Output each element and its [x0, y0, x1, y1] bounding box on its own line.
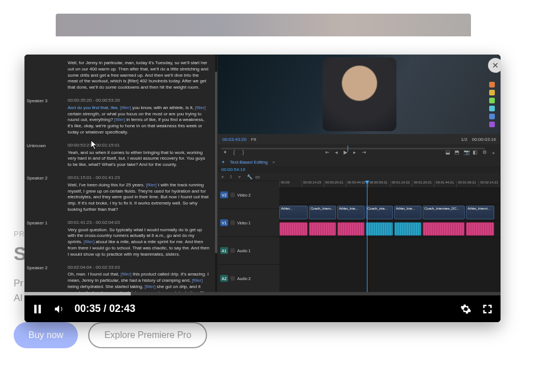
monitor-fit-label[interactable]: Fit [251, 137, 256, 142]
close-button[interactable]: ✕ [488, 58, 501, 73]
audio-clip[interactable] [394, 222, 421, 236]
transcript-text: Yeah, and so when it comes to either bri… [68, 150, 210, 168]
track-header-a1[interactable]: A1 Audio 1 [218, 236, 279, 264]
swatch-green[interactable] [489, 98, 495, 103]
audio-clip[interactable] [423, 222, 465, 236]
step-back-icon[interactable]: ◂ [334, 149, 339, 157]
track-v1[interactable]: Athlet... Coach_Interv... Athlet_Inte...… [279, 204, 501, 220]
transport-bar: ✦ { } ⇤ ◂ ▶ ▸ ⇥ ⬓ ⬒ 📷 ◧ ⚙ ＋ [218, 144, 501, 158]
track-a1[interactable] [279, 220, 501, 237]
video-clip[interactable]: Athlet... [279, 206, 308, 219]
swatch-purple[interactable] [489, 122, 495, 127]
marker-icon[interactable]: ▿ [238, 174, 243, 180]
export-frame-icon[interactable]: 📷 [464, 149, 469, 157]
extract-icon[interactable]: ⬒ [454, 149, 460, 157]
pause-button[interactable] [31, 303, 44, 315]
cc-icon[interactable]: cc [255, 174, 261, 180]
transcript-row[interactable]: Speaker 3 00:00:35:20 - 00:00:53:20 And … [24, 95, 218, 140]
close-icon: ✕ [492, 61, 499, 70]
fullscreen-button[interactable] [481, 303, 494, 315]
time-counter: 00:35 / 02:43 [75, 303, 135, 315]
volume-button[interactable] [53, 303, 65, 315]
go-to-in-icon[interactable]: ⇤ [325, 149, 330, 157]
timeline-mode[interactable]: Text-Based Editing [230, 160, 268, 165]
transcript-row[interactable]: Speaker 2 00:02:04:04 - 00:02:33:03 Oh, … [24, 262, 218, 292]
volume-icon [53, 303, 65, 315]
transcript-text: Oh, man. I found out that, [filler] this… [68, 272, 210, 292]
track-area[interactable]: 00:00 00:00:14:23 00:00:29:21 00:00:44:2… [279, 181, 501, 292]
transcript-timecode: 00:00:35:20 - 00:00:53:20 [68, 98, 210, 104]
settings-icon[interactable]: ⚙ [482, 149, 487, 157]
video-clip[interactable]: Athlet_Inte... [337, 206, 365, 219]
add-icon[interactable]: ＋ [491, 149, 496, 157]
video-controls: 00:35 / 02:43 [24, 292, 501, 322]
swatch-cyan[interactable] [489, 106, 495, 111]
transcript-timecode: 00:01:15:01 - 00:01:41:23 [68, 175, 210, 181]
monitor-tc-out: 00:00:03:16 [472, 137, 496, 142]
swatch-blue[interactable] [489, 114, 495, 119]
snap-icon[interactable]: ⌖ [221, 174, 226, 180]
pause-icon [32, 303, 43, 315]
monitor-control-bar: 00:03:43:20 Fit 1/2 00:00:03:16 [218, 134, 501, 144]
track-label: Audio 1 [237, 249, 251, 253]
timeline-mode-label: ✦ [221, 160, 225, 165]
transcript-row[interactable]: Well, for Jenny in particular, man, toda… [24, 58, 218, 95]
mute-icon[interactable] [230, 276, 235, 281]
monitor-ratio[interactable]: 1/2 [461, 137, 468, 142]
speaker-label [27, 60, 68, 91]
close-tab-icon[interactable]: × [272, 160, 275, 165]
transcript-timecode: 00:02:04:04 - 00:02:33:03 [68, 265, 210, 271]
audio-clip[interactable] [337, 222, 365, 236]
monitor-tc-in: 00:03:43:20 [222, 137, 246, 142]
scrubber-progress [24, 292, 131, 295]
scrollbar-thumb[interactable] [215, 72, 217, 253]
track-header-v1[interactable]: V1 Video 1 [218, 208, 279, 236]
comparison-icon[interactable]: ◧ [473, 149, 478, 157]
linked-sel-icon[interactable]: ⌇ [230, 174, 235, 180]
transcript-row[interactable]: Speaker 1 00:01:41:23 - 00:02:04:03 Very… [24, 218, 218, 262]
transcript-row[interactable]: Speaker 2 00:01:15:01 - 00:01:41:23 Well… [24, 173, 218, 218]
speaker-label: Speaker 3 [27, 98, 68, 136]
swatch-yellow[interactable] [489, 90, 495, 95]
add-marker-icon[interactable]: ✦ [222, 149, 228, 157]
go-to-out-icon[interactable]: ⇥ [361, 149, 366, 157]
video-clip[interactable]: Coach_Interv... [309, 206, 336, 219]
lift-icon[interactable]: ⬓ [445, 149, 450, 157]
video-clip[interactable]: Athlet_Inte... [394, 206, 421, 219]
program-monitor [218, 55, 501, 134]
wrench-icon[interactable]: 🔧 [247, 174, 252, 180]
eye-icon[interactable] [230, 193, 235, 197]
mark-out-icon[interactable]: } [241, 149, 246, 157]
video-clip[interactable]: Coach_inte... [366, 206, 393, 219]
step-fwd-icon[interactable]: ▸ [352, 149, 357, 157]
play-icon[interactable]: ▶ [343, 149, 348, 157]
timeline-playhead[interactable] [367, 181, 367, 292]
track-label: Video 1 [237, 221, 251, 225]
track-label: Video 2 [237, 193, 251, 197]
video-frame: Well, for Jenny in particular, man, toda… [24, 55, 501, 292]
eye-icon[interactable] [230, 220, 235, 225]
video-clip[interactable]: Coach_Interview_DC... [423, 206, 465, 219]
transcript-scrollbar[interactable] [215, 55, 217, 292]
speaker-label: Speaker 1 [27, 220, 68, 258]
mark-in-icon[interactable]: { [231, 149, 237, 157]
timeline-ruler[interactable]: 00:00 00:00:14:23 00:00:29:21 00:00:44:2… [279, 181, 501, 187]
track-a2[interactable] [279, 237, 501, 253]
audio-clip[interactable] [366, 222, 393, 236]
speaker-label: Speaker 2 [27, 265, 68, 292]
track-header-v2[interactable]: V2 Video 2 [218, 181, 279, 208]
audio-clip[interactable] [309, 222, 336, 236]
transcript-timecode: 00:01:41:23 - 00:02:04:03 [68, 220, 210, 226]
audio-clip[interactable] [279, 222, 308, 236]
track-v2[interactable] [279, 187, 501, 204]
swatch-orange[interactable] [489, 82, 495, 87]
audio-clip[interactable] [466, 222, 494, 236]
video-scrubber[interactable] [24, 292, 501, 295]
transcript-row[interactable]: Unknown 00:00:53:21 - 00:01:15:01 Yeah, … [24, 140, 218, 173]
mute-icon[interactable] [230, 248, 235, 253]
transcript-text: Very good question. So typically what I … [68, 227, 210, 258]
track-header-a2[interactable]: A2 Audio 2 [218, 264, 279, 292]
settings-button[interactable] [460, 303, 472, 315]
svg-rect-0 [34, 305, 36, 313]
video-clip[interactable]: Athlet_Intervi... [466, 206, 494, 219]
